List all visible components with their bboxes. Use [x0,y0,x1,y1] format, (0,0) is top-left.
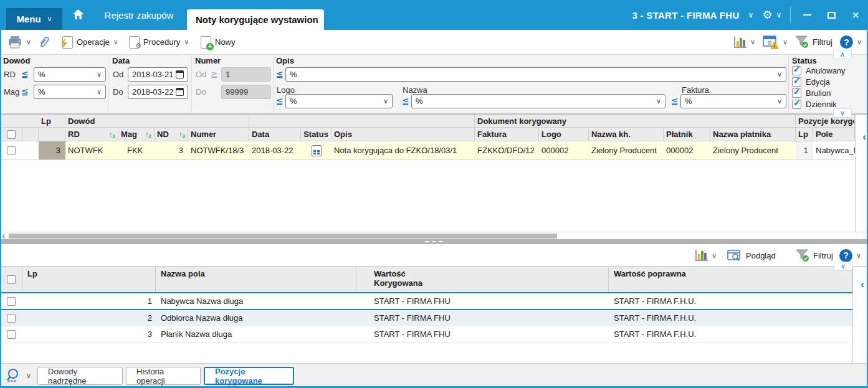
cell-mag[interactable]: FKK [118,141,155,159]
cell-lp[interactable]: 2 [22,310,156,326]
row-checkbox[interactable] [0,141,22,159]
col-header-nazwa-pola[interactable]: Nazwa pola [156,267,356,292]
horizontal-scrollbar[interactable]: ‹ [0,232,868,239]
cell-platnik[interactable]: 000002 [664,141,710,159]
date-from-input[interactable]: 2018-03-21 [128,67,188,82]
cell-numer[interactable]: NOTWFK/18/3 [188,141,249,159]
col-header-logo[interactable]: Logo [539,128,589,141]
chevron-down-icon[interactable]: ∨ [776,11,782,19]
calendar-icon[interactable] [176,70,184,78]
scroll-left-icon[interactable]: ‹ [861,278,864,291]
col-header-pole[interactable]: Pole [813,128,855,141]
detail-chart-button[interactable]: ∨ [695,244,717,267]
status-checkbox-edycja[interactable]: ✓ Edycja [792,77,830,87]
col-header-nazwa-platnika[interactable]: Nazwa płatnika [710,128,796,141]
print-button[interactable]: ∨ [7,30,31,54]
detail-filtruj-button[interactable]: Filtruj [796,244,833,267]
cell-wartosc-korygowana[interactable]: START - FIRMA FHU [356,293,609,309]
col-header-nazwa-kh[interactable]: Nazwa kh. [589,128,664,141]
cell-faktura[interactable]: FZKKO/DFD/12 [475,141,539,159]
scroll-left-icon[interactable]: ‹ [862,131,866,143]
opis-filter-combobox[interactable]: % ∨ [285,67,786,82]
cell-lp[interactable]: 3 [39,141,65,159]
cell-lp[interactable]: 3 [22,326,156,342]
cell-rd[interactable]: NOTWFK [65,141,118,159]
cell-nazwa-pola[interactable]: Nabywca Nazwa długa [156,293,356,309]
col-header-numer[interactable]: Numer [188,128,249,141]
cell-nazwa-pola[interactable]: Odbiorca Nazwa długa [156,310,356,326]
select-all-checkbox[interactable] [0,267,22,292]
gear-icon[interactable]: ⚙ [762,9,772,21]
maximize-button[interactable] [824,9,839,21]
cell-poz-lp[interactable]: 1 [796,141,813,159]
cell-wartosc-korygowana[interactable]: START - FIRMA FHU [356,310,609,326]
col-header-data[interactable]: Data [249,128,301,141]
panel-splitter-handle[interactable] [0,239,868,244]
cell-data[interactable]: 2018-03-22 [249,141,301,159]
cell-nd[interactable]: 3 [155,141,188,159]
close-button[interactable]: × [848,6,863,24]
chart-view-button[interactable]: ∨ [734,30,755,54]
procedury-button[interactable]: ⚙ Procedury ∨ [129,30,189,54]
rd-filter-combobox[interactable]: % ∨ [34,67,106,82]
cell-wartosc-poprawna[interactable]: START - FIRMA F.H.U. [609,293,852,309]
minimize-button[interactable] [799,12,815,18]
col-header-platnik[interactable]: Płatnik [664,128,710,141]
col-header-poz-lp[interactable]: Lp [796,128,813,141]
logo-filter-combobox[interactable]: % ∨ [285,94,393,108]
col-header-wartosc-poprawna[interactable]: Wartość poprawna [609,267,852,292]
filtruj-button[interactable]: Filtruj [795,30,832,54]
faktura-filter-combobox[interactable]: % ∨ [680,94,786,108]
scrollbar-thumb[interactable] [9,234,557,239]
expand-detail-filter-button[interactable]: ∨ [834,262,852,271]
col-header-nd[interactable]: ND ↑3 [155,128,188,141]
row-checkbox[interactable] [0,293,22,309]
cell-nazwa-kh[interactable]: Zielony Producent [589,141,664,159]
cell-poz-pole[interactable]: Nabywca_Nazwa [813,141,855,159]
view-settings-button[interactable]: ⚙! ∨ [763,30,788,54]
table-row[interactable]: 2 Odbiorca Nazwa długa START - FIRMA FHU… [0,310,868,326]
calendar-icon[interactable] [176,88,184,96]
tab-historia-operacji[interactable]: Historia operacji [126,367,201,385]
row-checkbox[interactable] [0,326,22,342]
select-all-checkbox[interactable] [0,128,22,141]
home-icon[interactable] [72,9,84,20]
cell-logo[interactable]: 000002 [539,141,589,159]
cell-wartosc-poprawna[interactable]: START - FIRMA F.H.U. [609,326,852,342]
company-selector-label[interactable]: 3 - START - FIRMA FHU [632,10,739,21]
nowy-button[interactable]: + Nowy [201,30,236,54]
cell-nazwa-platnika[interactable]: Zielony Producent [710,141,796,159]
col-header-rd[interactable]: RD ↑1 [65,128,118,141]
tab-rejestr-zakupow[interactable]: Rejestr zakupów [92,0,186,30]
mag-filter-combobox[interactable]: % ∨ [34,85,106,99]
col-header-mag[interactable]: Mag ↑2 [118,128,155,141]
status-checkbox-anulowany[interactable]: ✓ Anulowany [792,66,846,75]
nazwa-filter-combobox[interactable]: % ∨ [411,94,665,108]
cell-nazwa-pola[interactable]: Płanik Nazwa długa [156,326,356,342]
quick-search-button[interactable]: ∨ [5,368,31,383]
menu-button[interactable]: Menu ∨ [6,8,62,30]
col-header-status[interactable]: Status [301,128,331,141]
status-checkbox-dziennik[interactable]: ✓ Dziennik [792,100,837,109]
tab-dowody-nadrzedne[interactable]: Dowody nadrzędne [37,367,123,385]
table-row[interactable]: 3 Płanik Nazwa długa START - FIRMA FHU S… [0,326,868,343]
status-more-button[interactable]: ∨ [833,108,852,118]
podglad-button[interactable]: Podgląd [727,244,776,267]
cell-opis[interactable]: Nota korygująca do FZKO/18/03/1 [331,141,475,159]
table-row[interactable]: 1 Nabywca Nazwa długa START - FIRMA FHU … [0,292,868,310]
cell-status[interactable] [301,141,331,159]
table-row[interactable]: 3 NOTWFK FKK 3 NOTWFK/18/3 2018-03-22 No… [0,141,868,160]
status-checkbox-brulion[interactable]: ✓ Brulion [792,88,831,98]
col-header-lp[interactable]: Lp [22,267,156,292]
tab-noty-korygujace[interactable]: Noty korygujące wystawione [187,9,324,30]
operacje-button[interactable]: Operacje ∨ [62,30,118,54]
attachments-button[interactable] [37,30,51,54]
col-header-wartosc-korygowana[interactable]: Wartość Korygowana [356,267,609,292]
cell-lp[interactable]: 1 [22,293,156,309]
row-checkbox[interactable] [0,310,22,326]
tab-pozycje-korygowane[interactable]: Pozycje korygowane [204,367,294,385]
cell-wartosc-poprawna[interactable]: START - FIRMA F.H.U. [609,310,852,326]
date-to-input[interactable]: 2018-03-22 [128,85,188,99]
col-header-opis[interactable]: Opis [331,128,475,141]
col-header-faktura[interactable]: Faktura [475,128,539,141]
